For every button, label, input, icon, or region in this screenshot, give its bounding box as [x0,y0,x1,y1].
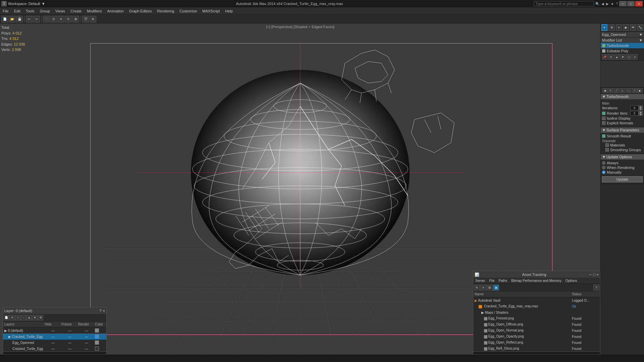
select-object-button[interactable]: ⬛ [43,16,50,22]
layer-hide-egg-openned[interactable]: — [45,341,61,345]
layer-freeze-egg-openned[interactable]: — [61,341,78,345]
layer-new-button[interactable]: 📄 [4,315,9,320]
modifier-move-down-button[interactable]: ▼ [620,54,626,60]
layer-row-default[interactable]: ▶ 0 (default) — — — [3,327,106,334]
asset-help-button[interactable]: ? [593,285,599,291]
modifier-editable-poly[interactable]: Editable Poly [601,48,644,54]
layer-freeze-cracked[interactable]: — [61,335,78,339]
hierarchy-tab[interactable]: ≡ [616,24,622,31]
star-icon[interactable]: ★ [611,2,614,6]
motion-tab[interactable]: ▶ [623,24,629,31]
layer-render-egg-openned[interactable]: — [78,341,95,345]
layer-freeze-cracked-object[interactable]: — [61,347,78,351]
select-region-button[interactable]: ⊡ [50,16,57,22]
render-button[interactable]: 🎬 [82,16,89,22]
asset-row-maps-shaders[interactable]: ▶ Maps / Shaders [473,309,600,315]
modifier-configure-button[interactable]: ≡ [632,54,638,60]
layer-horizontal-scrollbar[interactable] [3,352,106,354]
asset-horizontal-scrollbar[interactable] [473,352,600,354]
update-button[interactable]: Update [602,176,643,182]
manually-radio[interactable] [602,171,605,174]
minimize-button[interactable]: ─ [619,1,627,6]
turbosmooth-rollout-header[interactable]: ▼ TurboSmooth [601,94,644,99]
search-input[interactable] [534,1,594,6]
render-iters-value[interactable] [630,111,639,116]
asset-menu-server[interactable]: Server [473,278,487,284]
asset-menu-paths[interactable]: Paths [497,278,509,284]
menu-edit[interactable]: Edit [11,7,23,14]
utilities-tab[interactable]: 🔧 [637,24,643,31]
mode-vertex-button[interactable]: ⊙ [608,88,613,93]
layer-render-default[interactable]: — [78,329,95,333]
layer-row-cracked-turtle-egg[interactable]: ▶ Cracked_Turtle_Egg — — — [3,334,106,340]
new-scene-button[interactable]: 📄 [1,16,8,22]
layer-color-cracked-object[interactable] [95,347,99,351]
menu-help[interactable]: Help [222,7,235,14]
isoline-checkbox[interactable] [602,117,605,120]
layer-help-button[interactable]: ? [99,309,101,313]
layer-color-egg-openned[interactable] [95,341,99,345]
always-radio[interactable] [602,161,605,165]
asset-titlebar[interactable]: 📊 Asset Tracking ─ □ × [473,271,600,278]
menu-animation[interactable]: Animation [105,7,126,14]
menu-graph-editors[interactable]: Graph Editors [126,7,155,14]
asset-menu-options[interactable]: Options [564,278,579,284]
asset-menu-bitmap[interactable]: Bitmap Performance and Memory [509,278,564,284]
asset-detail-view-button[interactable]: ⊞ [487,285,493,291]
asset-row-fresnel[interactable]: Egg_Fresnel.png Found [473,315,600,321]
modifier-move-up-button[interactable]: ▲ [614,54,620,60]
layer-render-cracked[interactable]: — [78,335,95,339]
mode-body-button[interactable]: ⬡ [632,88,637,93]
layer-hide-cracked[interactable]: — [45,335,61,339]
asset-minimize-button[interactable]: ─ [589,273,592,277]
surface-params-rollout-header[interactable]: ▼ Surface Parameters [601,127,644,133]
layer-panel-titlebar[interactable]: Layer: 0 (default) ? × [3,307,106,314]
render-iters-up[interactable]: ▲ [639,111,643,113]
asset-row-reflect[interactable]: Egg_Open_Reflect.png Found [473,340,600,346]
layer-color-default[interactable] [95,328,99,333]
menu-modifiers[interactable]: Modifiers [84,7,105,14]
render-iters-checkbox[interactable] [602,112,605,115]
scale-button[interactable]: ⊠ [72,16,79,22]
menu-create[interactable]: Create [68,7,84,14]
menu-group[interactable]: Group [37,7,53,14]
menu-file[interactable]: File [0,7,11,14]
smooth-result-checkbox[interactable] [602,134,605,138]
move-button[interactable]: ✛ [58,16,64,22]
layer-move-up-button[interactable]: ▲ [26,315,32,320]
create-tab[interactable]: ✦ [601,24,607,31]
nav-back-icon[interactable]: ◀ [601,2,604,6]
modifier-turbosmooth[interactable]: TurboSmooth [601,43,644,48]
layer-remove-button[interactable]: - [21,315,26,320]
iterations-down[interactable]: ▼ [639,108,643,110]
display-tab[interactable]: 👁 [630,24,636,31]
when-rendering-radio[interactable] [602,166,605,169]
save-button[interactable]: 💾 [16,16,23,22]
menu-maxscript[interactable]: MAXScript [200,7,222,14]
asset-tree-view-button[interactable]: ▣ [493,285,499,291]
asset-row-main-file[interactable]: Cracked_Turtle_Egg_max_vray.max Ok [473,303,600,309]
layer-close-button[interactable]: × [103,309,105,313]
modifier-turbosmooth-checkbox[interactable] [602,44,605,47]
materials-checkbox[interactable] [605,143,609,147]
workspace-dropdown-icon[interactable]: ▼ [42,2,45,6]
render-iters-down[interactable]: ▼ [639,113,643,116]
mode-face-button[interactable]: △ [620,88,625,93]
explicit-normals-checkbox[interactable] [602,121,605,125]
render-iters-spinner[interactable]: ▲ ▼ [630,111,643,116]
asset-row-diffuse[interactable]: Egg_Open_Diffuse.png Found [473,321,600,327]
close-button[interactable]: ✕ [635,1,643,6]
menu-customize[interactable]: Customize [177,7,200,14]
asset-close-button[interactable]: × [597,273,599,277]
asset-row-opacity[interactable]: Egg_Open_Opacity.png Found [473,334,600,340]
prev-modifier-button[interactable]: ◀ [602,88,607,93]
undo-button[interactable]: ↩ [26,16,33,22]
asset-refresh-button[interactable]: ↻ [474,285,480,291]
modifier-pin-button[interactable]: 📌 [602,54,607,60]
open-button[interactable]: 📂 [9,16,15,22]
modifier-list-dropdown[interactable]: ▼ [639,38,643,42]
layer-add-button[interactable]: + [15,315,20,320]
layer-color-cracked[interactable] [95,335,99,339]
help-icon[interactable]: ? [616,2,618,6]
layer-hide-cracked-object[interactable]: — [45,347,61,351]
